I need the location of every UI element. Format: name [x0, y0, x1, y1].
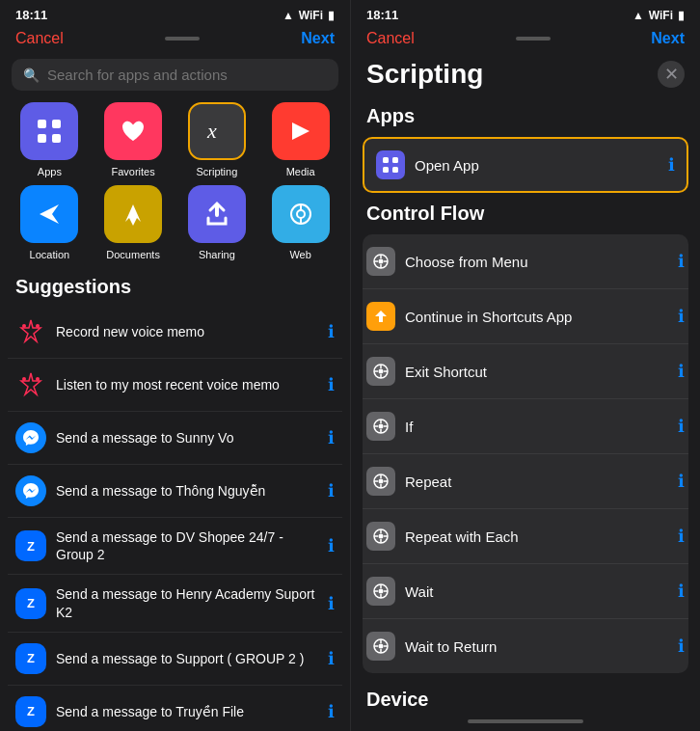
suggestion-label: Record new voice memo: [56, 323, 320, 340]
action-item-exit-shortcut[interactable]: Exit Shortcutℹ: [363, 344, 688, 399]
location-label: Location: [30, 249, 70, 260]
suggestion-item[interactable]: ZSend a message to DV Shopee 24/7 - Grou…: [8, 518, 342, 575]
category-documents[interactable]: Documents: [95, 185, 172, 260]
suggestion-icon: [15, 316, 46, 347]
action-item-wait[interactable]: Waitℹ: [363, 564, 688, 619]
svg-rect-3: [52, 134, 61, 143]
action-item-open-app[interactable]: Open Appℹ: [363, 137, 688, 193]
suggestion-item[interactable]: Record new voice memoℹ: [8, 306, 342, 359]
category-sharing[interactable]: Sharing: [179, 185, 256, 260]
category-media[interactable]: Media: [262, 102, 338, 177]
suggestion-item[interactable]: ZSend a message to Henry Academy Suport …: [8, 575, 342, 632]
open-app-icon: [376, 150, 405, 179]
right-nav-bar: Cancel Next: [351, 26, 700, 55]
choose-menu-icon: [366, 247, 395, 276]
continue-shortcuts-label: Continue in Shortcuts App: [405, 309, 678, 325]
category-favorites[interactable]: Favorites: [95, 102, 172, 177]
exit-shortcut-info-button[interactable]: ℹ: [678, 361, 685, 382]
choose-menu-info-button[interactable]: ℹ: [678, 251, 685, 272]
action-item-wait-return[interactable]: Wait to Returnℹ: [363, 619, 688, 673]
suggestion-info-button[interactable]: ℹ: [328, 480, 335, 501]
web-label: Web: [289, 249, 310, 260]
suggestion-icon: [15, 475, 46, 506]
category-location[interactable]: Location: [12, 185, 88, 260]
right-title-row: Scripting ✕: [351, 55, 700, 97]
repeat-icon: [366, 467, 395, 496]
category-scripting[interactable]: xScripting: [179, 102, 256, 177]
svg-rect-1: [52, 120, 61, 128]
location-icon: [20, 185, 78, 243]
categories-grid: AppsFavoritesxScriptingMediaLocation Doc…: [0, 102, 350, 272]
choose-menu-label: Choose from Menu: [405, 254, 678, 270]
suggestion-label: Send a message to Henry Academy Suport K…: [56, 585, 320, 620]
exit-shortcut-label: Exit Shortcut: [405, 364, 678, 380]
right-signal-icon: ▲: [633, 9, 644, 22]
svg-point-37: [379, 479, 384, 484]
action-item-if[interactable]: Ifℹ: [363, 399, 688, 454]
suggestion-item[interactable]: ZSend a message to Truyền Fileℹ: [8, 686, 342, 731]
suggestion-icon: Z: [15, 588, 46, 619]
control-flow-list: Choose from MenuℹContinue in Shortcuts A…: [363, 234, 688, 673]
left-time: 18:11: [15, 8, 47, 22]
category-web[interactable]: Web: [262, 185, 338, 260]
action-item-choose-menu[interactable]: Choose from Menuℹ: [363, 234, 688, 289]
suggestion-icon: [15, 369, 46, 400]
action-item-continue-shortcuts[interactable]: Continue in Shortcuts Appℹ: [363, 289, 688, 344]
svg-rect-15: [392, 157, 398, 163]
repeat-each-info-button[interactable]: ℹ: [678, 526, 685, 547]
suggestions-title: Suggestions: [0, 272, 350, 306]
left-nav-bar: Cancel Next: [0, 26, 350, 55]
repeat-info-button[interactable]: ℹ: [678, 471, 685, 492]
suggestion-item[interactable]: ZSend a message to Support ( GROUP 2 )ℹ: [8, 633, 342, 686]
svg-rect-2: [38, 134, 46, 143]
suggestion-info-button[interactable]: ℹ: [328, 321, 335, 342]
right-next-button[interactable]: Next: [651, 30, 685, 47]
action-item-repeat-each[interactable]: Repeat with Eachℹ: [363, 509, 688, 564]
suggestion-info-button[interactable]: ℹ: [328, 593, 335, 614]
scripting-icon: x: [188, 102, 246, 160]
left-cancel-button[interactable]: Cancel: [15, 30, 64, 47]
suggestion-label: Listen to my most recent voice memo: [56, 376, 320, 393]
search-input[interactable]: [47, 67, 327, 83]
right-battery-icon: ▮: [678, 9, 685, 22]
left-status-icons: ▲ WiFi ▮: [283, 9, 335, 22]
suggestion-info-button[interactable]: ℹ: [328, 648, 335, 669]
repeat-each-icon: [366, 522, 395, 551]
suggestion-item[interactable]: Listen to my most recent voice memoℹ: [8, 359, 342, 412]
suggestion-info-button[interactable]: ℹ: [328, 701, 335, 722]
category-apps[interactable]: Apps: [12, 102, 88, 177]
search-bar[interactable]: 🔍: [12, 59, 338, 91]
wifi-icon: WiFi: [299, 9, 323, 22]
sharing-label: Sharing: [199, 249, 235, 260]
svg-point-49: [379, 589, 384, 594]
wait-return-info-button[interactable]: ℹ: [678, 636, 685, 657]
web-icon: [272, 185, 330, 243]
suggestion-info-button[interactable]: ℹ: [328, 374, 335, 395]
media-label: Media: [286, 166, 315, 177]
if-info-button[interactable]: ℹ: [678, 416, 685, 437]
sharing-icon: [188, 185, 246, 243]
suggestion-info-button[interactable]: ℹ: [328, 535, 335, 556]
suggestion-item[interactable]: Send a message to Thông Nguyễnℹ: [8, 465, 342, 518]
repeat-label: Repeat: [405, 474, 678, 490]
right-drag-handle: [516, 37, 551, 41]
action-item-repeat[interactable]: Repeatℹ: [363, 454, 688, 509]
suggestion-icon: Z: [15, 643, 46, 674]
continue-shortcuts-info-button[interactable]: ℹ: [678, 306, 685, 327]
documents-icon: [104, 185, 162, 243]
suggestion-label: Send a message to Support ( GROUP 2 ): [56, 650, 320, 667]
suggestion-info-button[interactable]: ℹ: [328, 427, 335, 448]
right-panel: 18:11 ▲ WiFi ▮ Cancel Next Scripting ✕ A…: [350, 0, 700, 731]
close-button[interactable]: ✕: [658, 61, 685, 88]
left-next-button[interactable]: Next: [301, 30, 335, 47]
wait-info-button[interactable]: ℹ: [678, 581, 685, 602]
section-header-device: Device: [363, 681, 688, 712]
open-app-info-button[interactable]: ℹ: [668, 154, 675, 176]
right-status-icons: ▲ WiFi ▮: [633, 9, 685, 22]
suggestion-item[interactable]: Send a message to Sunny Voℹ: [8, 412, 342, 465]
suggestion-icon: [15, 422, 46, 453]
suggestion-label: Send a message to Sunny Vo: [56, 429, 320, 447]
right-cancel-button[interactable]: Cancel: [366, 30, 415, 47]
left-drag-handle: [165, 37, 200, 41]
apps-icon: [20, 102, 78, 160]
